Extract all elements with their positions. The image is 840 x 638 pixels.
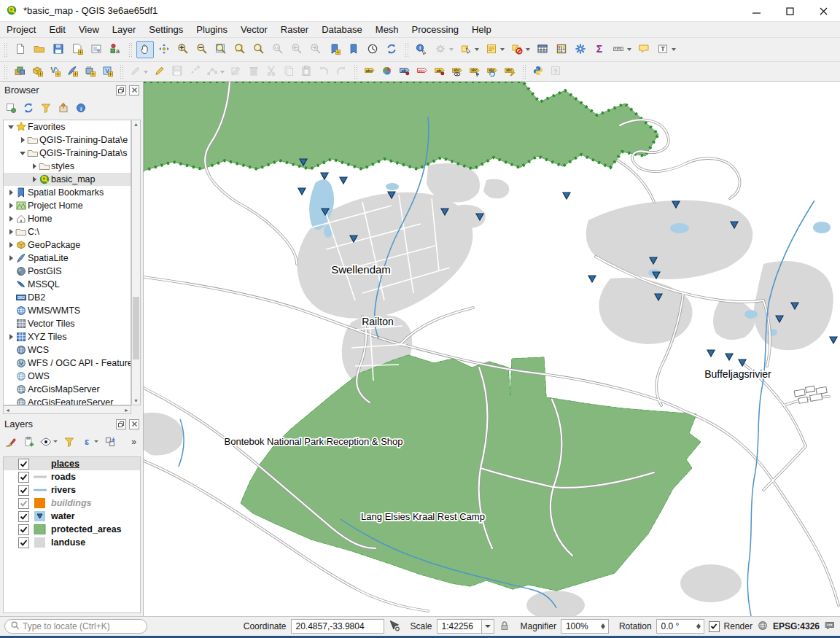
toolbar-handle[interactable] [128, 42, 133, 57]
coordinate-input[interactable]: 20.4857,-33.9804 [291, 619, 384, 634]
style-manager-button[interactable]: a [106, 41, 124, 58]
crs-globe-icon[interactable] [757, 620, 769, 634]
browser-vertical-scrollbar[interactable]: ▲▼ [131, 120, 141, 405]
move-label-diagram-button[interactable]: abc [467, 63, 483, 79]
new-shapefile-layer-button[interactable]: V [47, 63, 63, 79]
dropdown-arrow-icon[interactable] [672, 48, 676, 51]
layer-labeling-options-button[interactable]: abc [362, 63, 378, 79]
new-spatial-bookmark-button[interactable] [326, 41, 343, 58]
layer-item-roads[interactable]: roads [4, 470, 140, 483]
expander-closed-icon[interactable] [7, 242, 15, 248]
dropdown-arrow-icon[interactable] [500, 48, 505, 51]
toolbar-handle[interactable] [354, 64, 359, 79]
map-canvas[interactable]: SwellendamRailtonBuffeljagsrivierBontebo… [144, 82, 840, 616]
identify-features-button[interactable]: i [413, 41, 430, 58]
browser-item-wfs-ogc-api-feature[interactable]: VWFS / OGC API - Feature [4, 357, 131, 370]
copy-features-button[interactable] [281, 63, 297, 79]
processing-toolbox-button[interactable] [572, 41, 589, 58]
browser-item-spatialite[interactable]: SpatiaLite [4, 252, 131, 265]
layer-diagram-options-button[interactable] [379, 63, 395, 79]
field-calculator-button[interactable] [553, 41, 570, 58]
map-tips-button[interactable] [635, 41, 653, 58]
manage-map-themes-button[interactable] [38, 434, 54, 450]
menu-processing[interactable]: Processing [405, 23, 465, 36]
browser-item-vector-tiles[interactable]: Vector Tiles [4, 317, 131, 330]
zoom-in-button[interactable] [174, 41, 192, 58]
scale-dropdown-arrow[interactable] [482, 619, 494, 634]
menu-vector[interactable]: Vector [234, 23, 274, 36]
show-hide-labels-button[interactable]: abc [449, 63, 465, 79]
modify-attributes-button[interactable] [228, 63, 244, 79]
add-point-feature-button[interactable] [187, 63, 203, 79]
zoom-native-button[interactable]: 1:1 [269, 41, 287, 58]
zoom-to-selection-button[interactable] [231, 41, 249, 58]
menu-plugins[interactable]: Plugins [190, 23, 234, 36]
deselect-features-button[interactable] [508, 41, 526, 58]
browser-item-wms-wmts[interactable]: WMS/WMTS [4, 304, 131, 317]
browser-item-c-[interactable]: C:\ [4, 225, 131, 238]
new-project-button[interactable] [12, 41, 29, 58]
browser-item-qgis-training-data-e[interactable]: QGIS-Training-Data\e [4, 133, 131, 147]
undo-button[interactable] [316, 63, 332, 79]
layer-item-rivers[interactable]: rivers [4, 483, 140, 497]
magnifier-spinbox[interactable]: 100% [561, 619, 609, 634]
expander-closed-icon[interactable] [18, 137, 27, 143]
cut-features-button[interactable] [263, 63, 279, 79]
layer-visibility-checkbox[interactable] [18, 524, 29, 535]
menu-database[interactable]: Database [315, 23, 369, 36]
layer-item-landuse[interactable]: landuse [4, 536, 140, 549]
dropdown-arrow-icon[interactable] [475, 48, 479, 51]
browser-item-qgis-training-data-s[interactable]: QGIS-Training-Data\s [4, 147, 131, 160]
browser-item-mssql[interactable]: MSSQL [4, 278, 131, 291]
help-contents-button[interactable]: ? [548, 63, 564, 79]
pin-unpin-labels-button[interactable]: ab [397, 63, 413, 79]
layer-visibility-checkbox[interactable] [18, 472, 29, 483]
properties-widget-button[interactable]: i [73, 100, 89, 116]
expander-closed-icon[interactable] [7, 190, 15, 195]
browser-item-ows[interactable]: OWS [4, 370, 131, 383]
toolbar-handle[interactable] [4, 42, 9, 57]
open-data-source-manager-button[interactable] [12, 63, 28, 79]
filter-by-expression-button[interactable]: ε [79, 434, 95, 450]
browser-horizontal-scrollbar[interactable]: ◄► [3, 405, 131, 414]
filter-legend-button[interactable] [61, 434, 77, 450]
pan-map-button[interactable] [136, 41, 154, 58]
layer-visibility-checkbox[interactable] [18, 485, 29, 496]
browser-item-postgis[interactable]: PostGIS [4, 265, 131, 278]
layers-float-button[interactable] [116, 419, 126, 429]
browser-item-basic-map[interactable]: basic_map [4, 173, 131, 186]
expander-closed-icon[interactable] [7, 229, 15, 235]
vertex-tool-button[interactable] [204, 63, 220, 79]
save-layer-edits-button[interactable] [169, 63, 185, 79]
rotation-spinbox[interactable]: 0.0 ° [656, 619, 704, 634]
change-label-properties-button[interactable]: abc [502, 63, 518, 79]
browser-float-button[interactable] [116, 85, 126, 96]
dropdown-arrow-icon[interactable] [53, 440, 58, 443]
menu-settings[interactable]: Settings [142, 23, 190, 36]
open-attribute-table-button[interactable] [534, 41, 551, 58]
add-selected-layers-button[interactable] [3, 100, 19, 116]
browser-item-project-home[interactable]: Project Home [4, 199, 131, 212]
measure-line-button[interactable] [610, 41, 627, 58]
add-group-button[interactable] [20, 434, 36, 450]
zoom-last-button[interactable] [288, 41, 306, 58]
expander-closed-icon[interactable] [7, 203, 15, 209]
temporal-controller-button[interactable] [364, 41, 381, 58]
expander-closed-icon[interactable] [7, 334, 15, 340]
layer-visibility-checkbox[interactable] [18, 498, 29, 509]
new-temporary-scratch-layer-button[interactable] [82, 63, 98, 79]
expand-collapse-all-button[interactable] [102, 434, 118, 450]
maximize-button[interactable] [773, 0, 806, 22]
run-feature-action-button[interactable] [432, 41, 449, 58]
browser-item-favorites[interactable]: Favorites [4, 120, 131, 133]
zoom-full-button[interactable] [212, 41, 230, 58]
browser-item-styles[interactable]: styles [4, 160, 131, 173]
menu-layer[interactable]: Layer [106, 23, 143, 36]
new-virtual-layer-button[interactable]: V [99, 63, 115, 79]
layer-item-protected_areas[interactable]: protected_areas [4, 523, 140, 536]
menu-mesh[interactable]: Mesh [369, 23, 405, 36]
save-project-button[interactable] [50, 41, 67, 58]
browser-item-xyz-tiles[interactable]: XYZ Tiles [4, 330, 131, 343]
paste-features-button[interactable] [298, 63, 314, 79]
pan-to-selection-button[interactable] [155, 41, 173, 58]
